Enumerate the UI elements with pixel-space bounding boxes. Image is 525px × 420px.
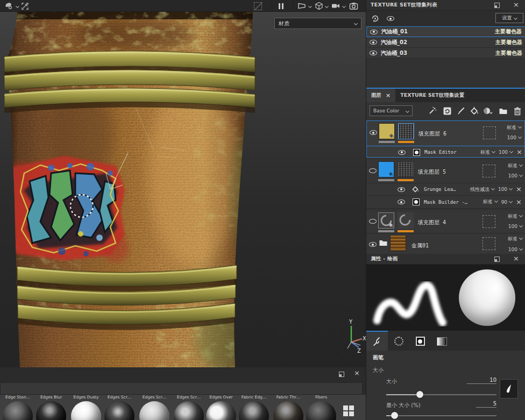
layer-color-thumbnail[interactable] — [379, 123, 395, 139]
shelf-asset[interactable]: Fabric Edg… — [237, 395, 271, 420]
remove-effect-icon[interactable]: × — [516, 187, 522, 192]
shelf-asset[interactable]: Edges Scr… — [138, 395, 171, 420]
delete-layer-button[interactable] — [513, 106, 522, 116]
eye-icon[interactable] — [398, 150, 406, 155]
channel-dropdown[interactable]: Base Color — [370, 105, 413, 116]
texture-set-row[interactable]: 汽油桶_02 主要着色器 — [366, 37, 525, 48]
add-effect-button[interactable] — [428, 106, 437, 116]
opacity-dropdown[interactable]: 90 — [501, 200, 512, 205]
texture-set-row[interactable]: 汽油桶_01 主要着色器 — [366, 26, 525, 37]
blend-mode-dropdown[interactable]: 线性减淡 — [470, 186, 494, 193]
layer-row[interactable]: 填充图层 5 标准 100 — [366, 159, 525, 183]
mesh-display-button[interactable] — [315, 1, 328, 11]
eye-icon[interactable] — [370, 51, 377, 55]
eye-icon[interactable] — [370, 130, 377, 135]
remove-effect-icon[interactable]: × — [516, 150, 522, 155]
layer-row-selected[interactable]: 填充图层 6 标准 100 Mask Editor 标准 100 × — [366, 120, 525, 158]
blend-mode-dropdown[interactable]: 标准 — [507, 124, 521, 131]
opacity-dropdown[interactable]: 100 — [507, 135, 521, 140]
shelf-asset[interactable]: Edge Ston… — [1, 395, 34, 420]
eye-icon[interactable] — [398, 187, 405, 192]
texture-set-row[interactable]: 汽油桶_03 主要着色器 — [366, 48, 525, 59]
opacity-dropdown[interactable]: 100 — [508, 173, 522, 179]
symmetry-disabled-icon[interactable] — [254, 1, 262, 11]
min-size-slider[interactable] — [386, 412, 496, 419]
eye-hidden-icon[interactable] — [369, 219, 377, 224]
opacity-dropdown[interactable]: 100 — [508, 247, 522, 252]
blend-mode-dropdown[interactable]: 标准 — [508, 213, 522, 220]
shelf-asset[interactable]: Edges Over — [204, 395, 238, 420]
layer-row[interactable]: 填充图层 4 标准 100 — [366, 210, 525, 233]
blend-mode-dropdown[interactable]: 标准 — [508, 236, 522, 243]
anchor-placeholder-icon[interactable] — [483, 215, 495, 228]
grid-view-icon[interactable] — [343, 405, 354, 416]
shelf-asset[interactable]: Fabric Thr… — [272, 395, 305, 420]
effect-row[interactable]: Grunge Lea… 线性减淡 100 × — [366, 183, 525, 196]
shelf-asset[interactable]: Fibers — [304, 395, 338, 420]
close-icon[interactable]: × — [513, 2, 519, 8]
close-icon[interactable]: × — [354, 371, 360, 376]
eye-icon[interactable] — [398, 200, 405, 204]
shelf-asset[interactable]: Edges Scr… — [172, 395, 205, 420]
size-slider[interactable] — [386, 391, 496, 398]
sync-icon[interactable] — [371, 14, 380, 23]
group-thumbnail[interactable] — [390, 235, 406, 251]
eye-icon[interactable] — [369, 242, 377, 247]
tab-texture-set-settings[interactable]: TEXTURE SET纹理集设置 — [395, 89, 469, 102]
layer-mask-thumbnail[interactable] — [398, 161, 414, 177]
undock-icon[interactable] — [494, 3, 500, 8]
layer-color-thumbnail[interactable] — [378, 161, 394, 177]
size-value-field[interactable]: 10 — [467, 377, 496, 384]
viewport-3d[interactable]: 材质 Y X Z — [0, 12, 366, 367]
opacity-dropdown[interactable]: 100 — [498, 187, 512, 192]
blend-mode-dropdown[interactable]: 标准 — [480, 149, 495, 156]
close-icon[interactable]: × — [386, 93, 391, 98]
add-group-button[interactable] — [498, 106, 508, 116]
pause-button[interactable] — [278, 1, 284, 11]
layer-group-row[interactable]: 金属01 标准 100 — [366, 234, 525, 254]
visibility-eye-icon[interactable] — [387, 16, 394, 21]
viewport-mode-button[interactable] — [297, 1, 311, 11]
blend-mode-dropdown[interactable]: 标准 — [508, 162, 522, 169]
mask-effect-row[interactable]: Mask Editor 标准 100 × — [367, 146, 525, 158]
shelf-asset[interactable]: Edges Dusty — [69, 395, 103, 420]
effect-row[interactable]: Mask Builder -… 标准 90 × — [366, 196, 525, 209]
anchor-placeholder-icon[interactable] — [483, 237, 495, 250]
add-paint-layer-button[interactable] — [456, 106, 466, 116]
opacity-dropdown[interactable]: 100 — [499, 150, 513, 155]
eye-icon[interactable] — [370, 30, 378, 34]
shelf-asset[interactable]: Edges Blur — [34, 395, 68, 420]
remove-effect-icon[interactable]: × — [516, 200, 522, 205]
slider-thumb[interactable] — [391, 412, 398, 419]
layer-loading-thumbnail[interactable] — [398, 212, 414, 229]
material-mode-dropdown[interactable]: 材质 — [274, 18, 361, 29]
brush-tip-button[interactable] — [500, 379, 518, 398]
layer-loading-thumbnail[interactable] — [378, 212, 394, 229]
anchor-placeholder-icon[interactable] — [483, 165, 495, 177]
transform-tool-icon[interactable] — [20, 1, 30, 11]
anchor-placeholder-icon[interactable] — [483, 126, 496, 139]
tab-grayscale[interactable] — [431, 331, 452, 351]
shelf-asset[interactable]: Edges Scr… — [103, 395, 136, 420]
opacity-dropdown[interactable]: 100 — [508, 224, 522, 229]
min-size-value-field[interactable]: 5 — [476, 401, 496, 408]
add-fill-button[interactable] — [470, 106, 479, 116]
screenshot-button[interactable] — [349, 1, 358, 11]
slider-thumb[interactable] — [416, 391, 423, 398]
layer-mask-thumbnail[interactable] — [398, 123, 414, 139]
tab-brush[interactable] — [366, 331, 388, 351]
close-icon[interactable]: × — [513, 256, 519, 261]
blend-mode-dropdown[interactable]: 标准 — [483, 198, 498, 205]
camera-view-button[interactable] — [331, 1, 345, 11]
add-fill-layer-button[interactable] — [442, 106, 452, 116]
settings-dropdown[interactable]: 设置 — [495, 13, 523, 23]
eye-icon[interactable] — [370, 40, 377, 45]
tab-layers[interactable]: 图层 × — [366, 89, 395, 102]
axis-gizmo[interactable]: Y X Z — [342, 318, 366, 354]
add-smart-material-button[interactable] — [483, 106, 493, 116]
eye-hidden-icon[interactable] — [369, 168, 377, 173]
undock-icon[interactable] — [339, 372, 344, 377]
tab-alpha[interactable] — [388, 331, 409, 351]
undock-icon[interactable] — [494, 257, 500, 262]
shelf-filter-bar[interactable] — [0, 382, 363, 395]
